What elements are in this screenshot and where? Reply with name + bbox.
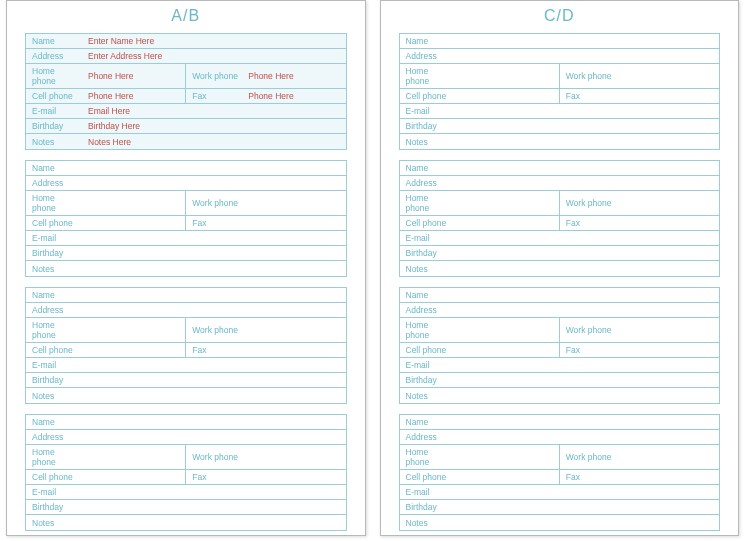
label-cell-phone: Cell phone [26, 216, 84, 230]
label-work-phone: Work phone [560, 450, 618, 464]
label-work-phone: Work phone [560, 69, 618, 83]
label-cell-phone: Cell phone [400, 470, 458, 484]
label-name: Name [400, 161, 458, 175]
value-address[interactable]: Enter Address Here [84, 49, 346, 63]
label-work-phone: Work phone [186, 69, 244, 83]
label-email: E-mail [26, 231, 84, 245]
label-cell-phone: Cell phone [26, 89, 84, 103]
label-notes: Notes [26, 135, 84, 149]
value-notes[interactable] [84, 267, 346, 271]
label-cell-phone: Cell phone [400, 216, 458, 230]
row-phones-2: Cell phone Phone Here Fax Phone Here [26, 89, 346, 104]
cell-work-phone: Work phone Phone Here [186, 69, 345, 83]
label-notes: Notes [400, 262, 458, 276]
label-name: Name [400, 288, 458, 302]
label-fax: Fax [560, 470, 618, 484]
row-phones-1: Home phone Phone Here Work phone Phone H… [26, 64, 346, 89]
row-birthday: Birthday Birthday Here [26, 119, 346, 134]
label-cell-phone: Cell phone [400, 343, 458, 357]
value-name[interactable]: Enter Name Here [84, 34, 346, 48]
value-fax[interactable] [244, 221, 345, 225]
value-home-phone[interactable] [84, 201, 185, 205]
label-cell-phone: Cell phone [26, 470, 84, 484]
label-notes: Notes [26, 389, 84, 403]
label-fax: Fax [560, 216, 618, 230]
label-home-phone: Home phone [26, 318, 84, 342]
page-cd: C/D Name Address Home phoneWork phone Ce… [380, 0, 740, 536]
label-fax: Fax [186, 343, 244, 357]
value-name[interactable] [84, 166, 346, 170]
row-address: Address Enter Address Here [26, 49, 346, 64]
label-email: E-mail [26, 485, 84, 499]
label-name: Name [26, 161, 84, 175]
label-email: E-mail [400, 485, 458, 499]
label-notes: Notes [26, 516, 84, 530]
pages-container: A/B Name Enter Name Here Address Enter A… [0, 0, 745, 536]
value-birthday[interactable] [84, 251, 346, 255]
label-address: Address [400, 176, 458, 190]
label-home-phone: Home phone [400, 64, 458, 88]
label-cell-phone: Cell phone [26, 343, 84, 357]
label-fax: Fax [560, 343, 618, 357]
label-work-phone: Work phone [560, 196, 618, 210]
label-notes: Notes [400, 135, 458, 149]
value-email[interactable] [84, 236, 346, 240]
value-cell-phone[interactable] [84, 221, 185, 225]
row-name: Name Enter Name Here [26, 34, 346, 49]
contact-card: Name Enter Name Here Address Enter Addre… [25, 33, 347, 150]
cell-home-phone: Home phone Phone Here [26, 64, 186, 88]
label-fax: Fax [186, 216, 244, 230]
label-address: Address [400, 303, 458, 317]
page-title-cd: C/D [399, 7, 721, 25]
label-address: Address [26, 176, 84, 190]
label-work-phone: Work phone [186, 450, 244, 464]
value-fax[interactable]: Phone Here [244, 89, 345, 103]
label-work-phone: Work phone [186, 196, 244, 210]
label-home-phone: Home phone [400, 318, 458, 342]
label-birthday: Birthday [26, 119, 84, 133]
cell-fax: Fax Phone Here [186, 89, 345, 103]
value-work-phone[interactable] [244, 201, 345, 205]
label-fax: Fax [186, 89, 244, 103]
label-notes: Notes [26, 262, 84, 276]
label-birthday: Birthday [400, 246, 458, 260]
label-fax: Fax [560, 89, 618, 103]
label-email: E-mail [400, 104, 458, 118]
label-name: Name [26, 415, 84, 429]
value-cell-phone[interactable]: Phone Here [84, 89, 185, 103]
label-home-phone: Home phone [26, 191, 84, 215]
label-name: Name [400, 34, 458, 48]
label-birthday: Birthday [26, 500, 84, 514]
value-email[interactable]: Email Here [84, 104, 346, 118]
contact-card: Name Address Home phoneWork phone Cell p… [399, 414, 721, 531]
value-home-phone[interactable]: Phone Here [84, 69, 185, 83]
contact-card: Name Address Home phoneWork phone Cell p… [399, 287, 721, 404]
label-name: Name [26, 34, 84, 48]
label-name: Name [26, 288, 84, 302]
label-work-phone: Work phone [186, 323, 244, 337]
label-home-phone: Home phone [26, 64, 84, 88]
value-address[interactable] [84, 181, 346, 185]
value-work-phone[interactable]: Phone Here [244, 69, 345, 83]
contact-card: Name Address Home phoneWork phone Cell p… [25, 160, 347, 277]
label-birthday: Birthday [26, 246, 84, 260]
row-notes: Notes Notes Here [26, 134, 346, 149]
label-work-phone: Work phone [560, 323, 618, 337]
page-ab: A/B Name Enter Name Here Address Enter A… [6, 0, 366, 536]
label-email: E-mail [26, 358, 84, 372]
label-email: E-mail [400, 358, 458, 372]
value-notes[interactable]: Notes Here [84, 135, 346, 149]
label-address: Address [400, 430, 458, 444]
label-address: Address [26, 49, 84, 63]
label-home-phone: Home phone [26, 445, 84, 469]
label-home-phone: Home phone [400, 445, 458, 469]
contact-card: Name Address Home phoneWork phone Cell p… [25, 287, 347, 404]
label-birthday: Birthday [400, 119, 458, 133]
contact-card: Name Address Home phoneWork phone Cell p… [399, 33, 721, 150]
label-address: Address [400, 49, 458, 63]
label-birthday: Birthday [400, 373, 458, 387]
label-email: E-mail [26, 104, 84, 118]
value-birthday[interactable]: Birthday Here [84, 119, 346, 133]
label-name: Name [400, 415, 458, 429]
label-birthday: Birthday [26, 373, 84, 387]
